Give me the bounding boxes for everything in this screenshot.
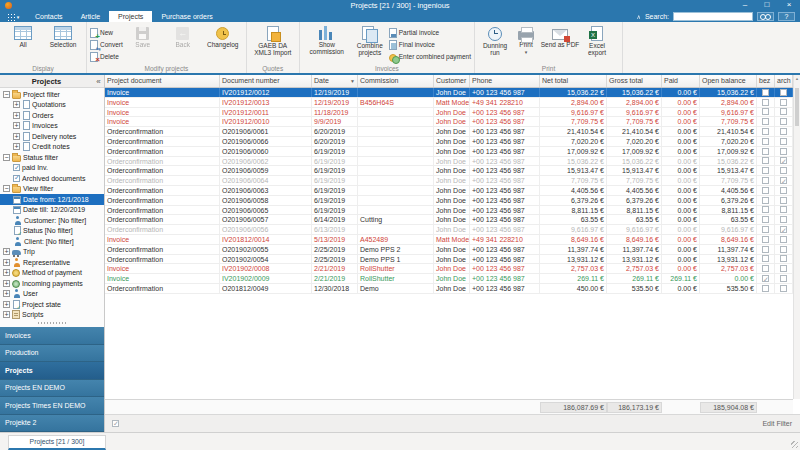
arch-checkbox[interactable] — [780, 275, 787, 282]
tree-item-project-state[interactable]: +Project state — [0, 299, 104, 310]
table-row[interactable]: InvoiceIV201912/001212/19/2019John Doe+0… — [105, 88, 793, 98]
tree-item-customer-no-filter[interactable]: Customer: [No filter] — [0, 215, 104, 226]
tree-item-credit-notes[interactable]: +Credit notes — [0, 142, 104, 153]
arch-checkbox[interactable] — [780, 246, 787, 253]
column-header-open-balance[interactable]: Open balance — [700, 75, 757, 87]
tree-expand-icon[interactable]: + — [3, 259, 10, 266]
column-header-document-number[interactable]: Document number — [220, 75, 312, 87]
table-row[interactable]: InvoiceIV201902/00092/21/2019RollShutter… — [105, 274, 793, 284]
arch-checkbox[interactable] — [780, 236, 787, 243]
table-row[interactable]: InvoiceIV201912/001111/18/2019John Doe+0… — [105, 108, 793, 118]
tree-item-archived-documents[interactable]: Archived documents — [0, 173, 104, 184]
delete-button[interactable]: Delete — [90, 51, 123, 62]
tree-checkbox[interactable] — [13, 164, 20, 171]
tree-expand-icon[interactable]: + — [13, 112, 20, 119]
table-row[interactable]: OrderconfirmationO201906/00606/19/2019Jo… — [105, 147, 793, 157]
column-header-net-total[interactable]: Net total — [540, 75, 607, 87]
bez-checkbox[interactable] — [762, 197, 769, 204]
tab-purchase-orders[interactable]: Purchase orders — [152, 11, 221, 22]
bez-checkbox[interactable] — [762, 157, 769, 164]
tree-expand-icon[interactable]: + — [3, 301, 10, 308]
table-row[interactable]: OrderconfirmationO201906/00636/19/2019Jo… — [105, 186, 793, 196]
tree-expand-icon[interactable]: + — [13, 143, 20, 150]
new-button[interactable]: New — [90, 27, 123, 38]
all-button[interactable]: All — [3, 24, 43, 48]
tree-expand-icon[interactable]: − — [3, 185, 10, 192]
arch-checkbox[interactable] — [780, 157, 787, 164]
panel-splitter-grip[interactable] — [0, 320, 104, 325]
column-header-project-document[interactable]: Project document — [105, 75, 220, 87]
minimize-button[interactable]: – — [734, 0, 756, 11]
tree-item-representative[interactable]: +Representative — [0, 257, 104, 268]
arch-checkbox[interactable] — [780, 108, 787, 115]
tree-item-delivery-notes[interactable]: +Delivery notes — [0, 131, 104, 142]
arch-checkbox[interactable] — [780, 255, 787, 262]
excel-export-button[interactable]: Excel export — [580, 24, 614, 56]
column-header-bez[interactable]: bez — [757, 75, 775, 87]
table-row[interactable]: InvoiceIV201912/001312/19/2019B456H64SMa… — [105, 98, 793, 108]
table-row[interactable]: OrderconfirmationO201906/00586/19/2019Jo… — [105, 196, 793, 206]
bez-checkbox[interactable] — [762, 206, 769, 213]
combine-projects-button[interactable]: Combine projects — [351, 24, 389, 56]
tree-item-scripts[interactable]: +Scripts — [0, 310, 104, 321]
tab-article[interactable]: Article — [72, 11, 109, 22]
selection-button[interactable]: Selection — [43, 24, 83, 48]
help-button[interactable]: ? — [778, 12, 795, 21]
nav-panel-projects-en-demo[interactable]: Projects EN DEMO — [0, 380, 104, 398]
tree-item-project-filter[interactable]: −Project filter — [0, 89, 104, 100]
arch-checkbox[interactable] — [780, 148, 787, 155]
tree-item-quotations[interactable]: +Quotations — [0, 100, 104, 111]
tree-item-invoices[interactable]: +Invoices — [0, 121, 104, 132]
tab-contacts[interactable]: Contacts — [26, 11, 72, 22]
tree-item-method-of-payment[interactable]: +Method of payment — [0, 268, 104, 279]
tree-item-trip[interactable]: +Trip — [0, 247, 104, 258]
dunning-run-button[interactable]: Dunning run — [478, 24, 512, 56]
arch-checkbox[interactable] — [780, 197, 787, 204]
table-row[interactable]: OrderconfirmationO201906/00626/19/2019Jo… — [105, 157, 793, 167]
nav-panel-production[interactable]: Production — [0, 345, 104, 363]
bez-checkbox[interactable] — [762, 177, 769, 184]
bez-checkbox[interactable] — [762, 275, 769, 282]
tree-expand-icon[interactable]: + — [13, 133, 20, 140]
arch-checkbox[interactable] — [780, 99, 787, 106]
table-row[interactable]: OrderconfirmationO201906/00596/19/2019Jo… — [105, 166, 793, 176]
tree-item-orders[interactable]: +Orders — [0, 110, 104, 121]
table-row[interactable]: OrderconfirmationO201906/00656/19/2019Jo… — [105, 206, 793, 216]
tree-item-user[interactable]: +User — [0, 289, 104, 300]
scroll-up-arrow-icon[interactable]: ▲ — [794, 75, 800, 83]
tree-item-client-no-filter[interactable]: Client: [No filter] — [0, 236, 104, 247]
bez-checkbox[interactable] — [762, 255, 769, 262]
send-as-pdf-button[interactable]: Send as PDF — [540, 24, 580, 48]
tree-expand-icon[interactable]: + — [3, 269, 10, 276]
table-row[interactable]: OrderconfirmationO201906/00666/20/2019Jo… — [105, 137, 793, 147]
table-row[interactable]: OrderconfirmationO201902/00542/25/2019De… — [105, 255, 793, 265]
resize-grip-icon[interactable] — [791, 441, 798, 448]
show-commission-button[interactable]: Show commission — [303, 24, 351, 55]
arch-checkbox[interactable] — [780, 138, 787, 145]
find-button[interactable] — [757, 12, 774, 21]
close-button[interactable]: × — [778, 0, 800, 11]
tree-item-paid-inv[interactable]: paid Inv. — [0, 163, 104, 174]
bez-checkbox[interactable] — [762, 285, 769, 292]
tree-item-view-filter[interactable]: −View filter — [0, 184, 104, 195]
tree-expand-icon[interactable]: − — [3, 91, 10, 98]
arch-checkbox[interactable] — [780, 167, 787, 174]
convert-button[interactable]: Convert — [90, 39, 123, 50]
scrollbar-thumb[interactable] — [795, 88, 799, 126]
column-header-phone[interactable]: Phone — [470, 75, 540, 87]
ribbon-collapse-chevron-icon[interactable]: ∧ — [636, 13, 640, 20]
nav-panel-projects-times-en-demo[interactable]: Projects Times EN DEMO — [0, 397, 104, 415]
bez-checkbox[interactable] — [762, 265, 769, 272]
tree-item-incoming-payments[interactable]: +Incoming payments — [0, 278, 104, 289]
tree-item-status-filter[interactable]: −Status filter — [0, 152, 104, 163]
tree-item-date-till-12-20-2019[interactable]: Date till: 12/20/2019 — [0, 205, 104, 216]
sidebar-collapse-icon[interactable]: « — [93, 77, 104, 86]
save-button[interactable]: Save — [123, 24, 163, 48]
tree-item-date-from-12-1-2018[interactable]: Date from: 12/1/2018 — [0, 194, 104, 205]
arch-checkbox[interactable] — [780, 226, 787, 233]
table-row[interactable]: OrderconfirmationO201906/00616/20/2019Jo… — [105, 127, 793, 137]
table-row[interactable]: OrderconfirmationO201906/00576/14/2019Cu… — [105, 215, 793, 225]
arch-checkbox[interactable] — [780, 118, 787, 125]
app-menu-button[interactable]: ▾ — [0, 11, 26, 22]
maximize-button[interactable]: □ — [756, 0, 778, 11]
